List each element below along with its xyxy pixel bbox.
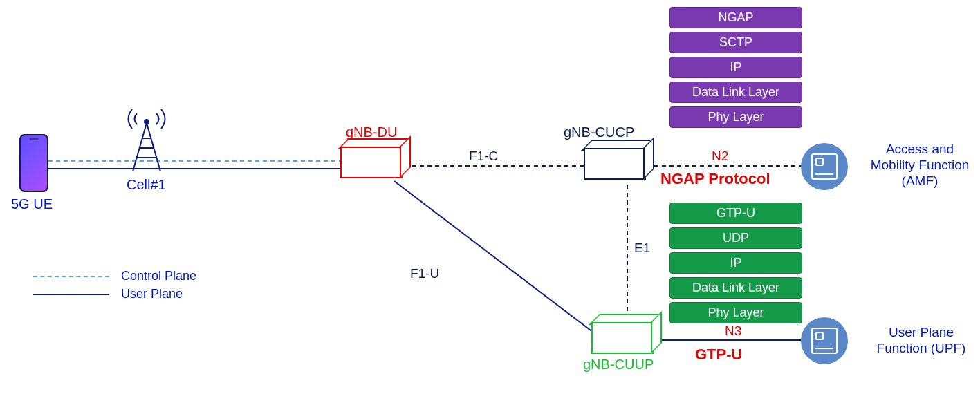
svg-line-5 bbox=[394, 181, 602, 339]
f1u-label: F1-U bbox=[410, 266, 439, 281]
amf-core-icon bbox=[801, 143, 848, 190]
up-stack-2: IP bbox=[669, 252, 802, 274]
svg-point-14 bbox=[145, 120, 149, 124]
cp-stack-0: NGAP bbox=[669, 7, 802, 28]
gnb-cucp-box bbox=[584, 148, 643, 177]
cp-stack-4: Phy Layer bbox=[669, 106, 802, 128]
legend-up-line bbox=[33, 294, 109, 295]
cp-stack-2: IP bbox=[669, 57, 802, 78]
up-stack-4: Phy Layer bbox=[669, 302, 802, 323]
gnb-du-box bbox=[340, 147, 400, 176]
legend-cp-label: Control Plane bbox=[121, 269, 196, 283]
legend-up-label: User Plane bbox=[121, 287, 183, 301]
ngap-protocol-label: NGAP Protocol bbox=[660, 170, 770, 188]
svg-line-9 bbox=[133, 123, 147, 171]
cuup-label: gNB-CUUP bbox=[583, 357, 654, 373]
f1c-label: F1-C bbox=[469, 149, 498, 164]
gnb-cuup-box bbox=[591, 322, 651, 351]
legend-cp-line bbox=[33, 276, 109, 277]
cell-label: Cell#1 bbox=[127, 177, 166, 193]
n2-label: N2 bbox=[712, 149, 728, 164]
svg-line-10 bbox=[147, 123, 160, 171]
n3-label: N3 bbox=[725, 323, 741, 339]
e1-label: E1 bbox=[634, 241, 650, 256]
du-label: gNB-DU bbox=[346, 124, 397, 140]
cucp-label: gNB-CUCP bbox=[564, 124, 634, 140]
ue-phone-icon bbox=[19, 134, 48, 192]
gtpu-protocol-label: GTP-U bbox=[695, 346, 742, 364]
upf-core-icon bbox=[801, 317, 848, 364]
upf-label-2: Function (UPF) bbox=[869, 341, 973, 356]
up-stack-1: UDP bbox=[669, 227, 802, 249]
amf-label-2: Mobility Function bbox=[865, 158, 975, 173]
cp-stack-3: Data Link Layer bbox=[669, 82, 802, 103]
up-stack-0: GTP-U bbox=[669, 203, 802, 224]
amf-label-3: (AMF) bbox=[865, 173, 975, 189]
up-stack-3: Data Link Layer bbox=[669, 277, 802, 299]
amf-label-1: Access and bbox=[865, 142, 975, 157]
upf-label-1: User Plane bbox=[869, 325, 973, 340]
ue-label: 5G UE bbox=[11, 196, 53, 212]
cp-stack-1: SCTP bbox=[669, 32, 802, 53]
